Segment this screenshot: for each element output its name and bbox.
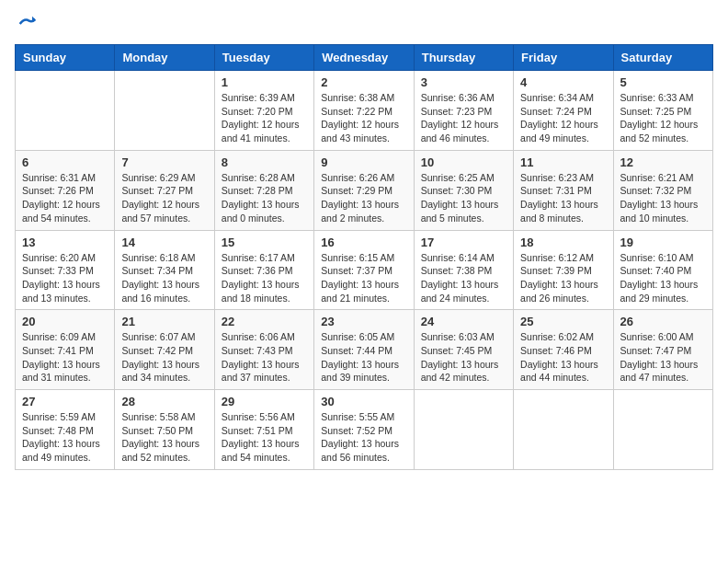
day-number: 30 <box>321 395 406 408</box>
day-info: Sunrise: 6:33 AM Sunset: 7:25 PM Dayligh… <box>620 91 706 145</box>
day-header-monday: Monday <box>115 45 214 71</box>
calendar-cell: 5 Sunrise: 6:33 AM Sunset: 7:25 PM Dayli… <box>613 71 712 151</box>
day-header-thursday: Thursday <box>414 45 513 71</box>
day-info: Sunrise: 6:15 AM Sunset: 7:37 PM Dayligh… <box>321 251 406 305</box>
calendar-cell: 20 Sunrise: 6:09 AM Sunset: 7:41 PM Dayl… <box>16 310 115 390</box>
day-header-sunday: Sunday <box>16 45 115 71</box>
day-number: 16 <box>321 236 406 249</box>
day-number: 23 <box>321 315 406 328</box>
day-number: 27 <box>22 395 108 408</box>
calendar-week-3: 13 Sunrise: 6:20 AM Sunset: 7:33 PM Dayl… <box>16 230 713 310</box>
day-info: Sunrise: 6:02 AM Sunset: 7:46 PM Dayligh… <box>520 330 606 385</box>
day-info: Sunrise: 6:05 AM Sunset: 7:44 PM Dayligh… <box>321 330 406 385</box>
calendar-header-row: SundayMondayTuesdayWednesdayThursdayFrid… <box>16 45 713 71</box>
day-info: Sunrise: 6:26 AM Sunset: 7:29 PM Dayligh… <box>321 171 406 225</box>
day-number: 13 <box>22 236 108 249</box>
calendar-table: SundayMondayTuesdayWednesdayThursdayFrid… <box>15 44 713 470</box>
calendar-cell: 12 Sunrise: 6:21 AM Sunset: 7:32 PM Dayl… <box>613 150 712 230</box>
calendar-cell: 7 Sunrise: 6:29 AM Sunset: 7:27 PM Dayli… <box>115 150 214 230</box>
day-header-tuesday: Tuesday <box>214 45 313 71</box>
day-info: Sunrise: 5:55 AM Sunset: 7:52 PM Dayligh… <box>321 410 406 465</box>
calendar-cell: 10 Sunrise: 6:25 AM Sunset: 7:30 PM Dayl… <box>414 150 513 230</box>
day-info: Sunrise: 6:03 AM Sunset: 7:45 PM Dayligh… <box>421 330 506 385</box>
day-number: 8 <box>222 155 307 169</box>
day-number: 14 <box>121 236 207 249</box>
calendar-week-2: 6 Sunrise: 6:31 AM Sunset: 7:26 PM Dayli… <box>16 150 713 230</box>
day-number: 15 <box>222 236 307 249</box>
calendar-cell: 26 Sunrise: 6:00 AM Sunset: 7:47 PM Dayl… <box>613 310 712 390</box>
day-info: Sunrise: 6:17 AM Sunset: 7:36 PM Dayligh… <box>222 251 307 305</box>
day-number: 2 <box>321 75 406 89</box>
day-info: Sunrise: 6:21 AM Sunset: 7:32 PM Dayligh… <box>620 171 706 225</box>
day-number: 24 <box>421 315 506 328</box>
day-number: 10 <box>421 155 506 169</box>
day-info: Sunrise: 6:14 AM Sunset: 7:38 PM Dayligh… <box>421 251 506 305</box>
day-number: 22 <box>222 315 307 328</box>
day-number: 3 <box>421 75 506 89</box>
calendar-cell: 9 Sunrise: 6:26 AM Sunset: 7:29 PM Dayli… <box>314 150 414 230</box>
day-number: 7 <box>121 155 207 169</box>
day-number: 4 <box>520 75 606 89</box>
day-number: 19 <box>620 236 706 249</box>
calendar-cell: 15 Sunrise: 6:17 AM Sunset: 7:36 PM Dayl… <box>214 230 313 310</box>
calendar-cell: 27 Sunrise: 5:59 AM Sunset: 7:48 PM Dayl… <box>16 390 115 470</box>
day-number: 5 <box>620 75 706 89</box>
day-info: Sunrise: 6:10 AM Sunset: 7:40 PM Dayligh… <box>620 251 706 305</box>
day-info: Sunrise: 6:12 AM Sunset: 7:39 PM Dayligh… <box>520 251 606 305</box>
day-number: 21 <box>121 315 207 328</box>
day-header-wednesday: Wednesday <box>314 45 414 71</box>
logo-icon <box>18 15 37 33</box>
day-number: 29 <box>222 395 307 408</box>
day-info: Sunrise: 6:39 AM Sunset: 7:20 PM Dayligh… <box>222 91 307 145</box>
calendar-cell: 3 Sunrise: 6:36 AM Sunset: 7:23 PM Dayli… <box>414 71 513 151</box>
calendar-cell: 17 Sunrise: 6:14 AM Sunset: 7:38 PM Dayl… <box>414 230 513 310</box>
calendar-cell: 22 Sunrise: 6:06 AM Sunset: 7:43 PM Dayl… <box>214 310 313 390</box>
day-info: Sunrise: 6:06 AM Sunset: 7:43 PM Dayligh… <box>222 330 307 385</box>
day-header-friday: Friday <box>514 45 613 71</box>
day-info: Sunrise: 6:07 AM Sunset: 7:42 PM Dayligh… <box>121 330 207 385</box>
calendar-cell: 1 Sunrise: 6:39 AM Sunset: 7:20 PM Dayli… <box>214 71 313 151</box>
day-header-saturday: Saturday <box>613 45 712 71</box>
day-info: Sunrise: 6:25 AM Sunset: 7:30 PM Dayligh… <box>421 171 506 225</box>
page-header <box>15 15 713 33</box>
logo <box>15 15 37 33</box>
day-info: Sunrise: 6:09 AM Sunset: 7:41 PM Dayligh… <box>22 330 108 385</box>
day-number: 11 <box>520 155 606 169</box>
day-number: 1 <box>222 75 307 89</box>
calendar-cell <box>613 390 712 470</box>
day-info: Sunrise: 6:18 AM Sunset: 7:34 PM Dayligh… <box>121 251 207 305</box>
day-info: Sunrise: 6:36 AM Sunset: 7:23 PM Dayligh… <box>421 91 506 145</box>
calendar-cell: 4 Sunrise: 6:34 AM Sunset: 7:24 PM Dayli… <box>514 71 613 151</box>
day-number: 26 <box>620 315 706 328</box>
calendar-cell: 29 Sunrise: 5:56 AM Sunset: 7:51 PM Dayl… <box>214 390 313 470</box>
day-number: 12 <box>620 155 706 169</box>
day-info: Sunrise: 6:29 AM Sunset: 7:27 PM Dayligh… <box>121 171 207 225</box>
calendar-cell: 6 Sunrise: 6:31 AM Sunset: 7:26 PM Dayli… <box>16 150 115 230</box>
calendar-cell: 19 Sunrise: 6:10 AM Sunset: 7:40 PM Dayl… <box>613 230 712 310</box>
day-info: Sunrise: 5:58 AM Sunset: 7:50 PM Dayligh… <box>121 410 207 465</box>
day-number: 9 <box>321 155 406 169</box>
calendar-cell <box>16 71 115 151</box>
day-number: 18 <box>520 236 606 249</box>
calendar-week-4: 20 Sunrise: 6:09 AM Sunset: 7:41 PM Dayl… <box>16 310 713 390</box>
calendar-cell: 23 Sunrise: 6:05 AM Sunset: 7:44 PM Dayl… <box>314 310 414 390</box>
day-info: Sunrise: 5:59 AM Sunset: 7:48 PM Dayligh… <box>22 410 108 465</box>
calendar-cell <box>115 71 214 151</box>
day-info: Sunrise: 6:00 AM Sunset: 7:47 PM Dayligh… <box>620 330 706 385</box>
day-number: 25 <box>520 315 606 328</box>
day-number: 20 <box>22 315 108 328</box>
day-info: Sunrise: 5:56 AM Sunset: 7:51 PM Dayligh… <box>222 410 307 465</box>
calendar-cell: 24 Sunrise: 6:03 AM Sunset: 7:45 PM Dayl… <box>414 310 513 390</box>
calendar-cell: 13 Sunrise: 6:20 AM Sunset: 7:33 PM Dayl… <box>16 230 115 310</box>
day-info: Sunrise: 6:38 AM Sunset: 7:22 PM Dayligh… <box>321 91 406 145</box>
calendar-cell: 30 Sunrise: 5:55 AM Sunset: 7:52 PM Dayl… <box>314 390 414 470</box>
day-number: 28 <box>121 395 207 408</box>
day-info: Sunrise: 6:28 AM Sunset: 7:28 PM Dayligh… <box>222 171 307 225</box>
day-number: 6 <box>22 155 108 169</box>
calendar-cell: 8 Sunrise: 6:28 AM Sunset: 7:28 PM Dayli… <box>214 150 313 230</box>
day-number: 17 <box>421 236 506 249</box>
day-info: Sunrise: 6:23 AM Sunset: 7:31 PM Dayligh… <box>520 171 606 225</box>
calendar-cell: 28 Sunrise: 5:58 AM Sunset: 7:50 PM Dayl… <box>115 390 214 470</box>
calendar-cell: 21 Sunrise: 6:07 AM Sunset: 7:42 PM Dayl… <box>115 310 214 390</box>
calendar-cell: 2 Sunrise: 6:38 AM Sunset: 7:22 PM Dayli… <box>314 71 414 151</box>
